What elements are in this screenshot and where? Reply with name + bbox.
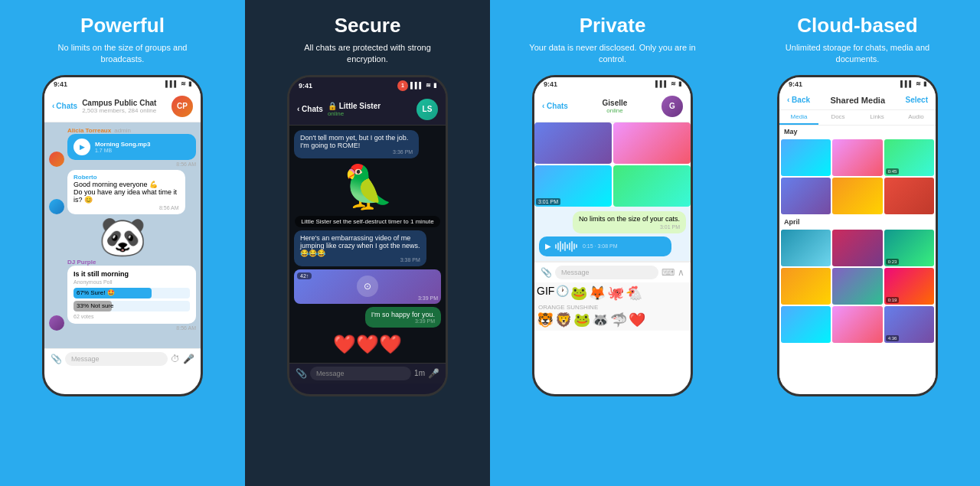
wave-1: [555, 244, 557, 249]
battery-icon: ▮: [188, 80, 191, 87]
signal-icon-4: ▌▌▌: [900, 80, 913, 87]
media-thumb-13[interactable]: [781, 306, 831, 343]
back-button-4[interactable]: ‹ Back: [787, 96, 810, 104]
poll-option-1: 67% Sure! 🤩: [74, 288, 190, 298]
media-thumb-5[interactable]: [832, 178, 882, 214]
back-label-1: Chats: [56, 102, 77, 110]
system-message: Little Sister set the self-destruct time…: [295, 216, 439, 227]
video-play-button[interactable]: ⊙: [357, 276, 378, 297]
msg-bubble-roberto: Roberto Good morning everyone 💪Do you ha…: [67, 170, 185, 214]
tab-audio[interactable]: Audio: [897, 110, 936, 125]
media-grid-may: 0:45: [779, 138, 936, 216]
wifi-icon-3: ≋: [671, 80, 676, 87]
status-time-1: 9:41: [54, 80, 67, 88]
photo-cell-4: [613, 165, 691, 207]
sender-avatar-alicia: [49, 152, 64, 167]
status-bar-1: 9:41 ▌▌▌ ≋ ▮: [44, 77, 201, 91]
poll-bar-container-1: 67% Sure! 🤩: [74, 288, 190, 298]
private-subtitle: Your data is never disclosed. Only you a…: [528, 42, 697, 66]
status-time-4: 9:41: [789, 80, 802, 88]
media-thumb-1[interactable]: [781, 139, 831, 176]
media-thumb-10[interactable]: [781, 268, 831, 305]
audio-play-icon[interactable]: ▶: [545, 242, 551, 250]
play-button[interactable]: ▶: [74, 139, 90, 155]
input-bar-1: 📎 Message ⏱ 🎤: [44, 348, 201, 369]
wifi-icon-2: ≋: [426, 82, 431, 89]
audio-size: 1.7 MB: [95, 148, 190, 153]
cloud-phone: 9:41 ▌▌▌ ≋ ▮ ‹ Back Shared Media Select …: [777, 75, 938, 396]
back-button-3[interactable]: ‹ Chats: [542, 102, 568, 110]
header-info-2: 🔒 Little Sister online: [328, 102, 412, 117]
wave-3: [560, 241, 561, 252]
sender-name-alicia: Alicia Torreaux: [67, 127, 111, 134]
chat-sub-2: online: [328, 110, 412, 117]
poll-type: Anonymous Poll: [74, 279, 190, 285]
message-input-1[interactable]: Message: [65, 352, 168, 366]
select-button[interactable]: Select: [906, 96, 928, 104]
mic-icon-1[interactable]: 🎤: [183, 354, 194, 364]
media-thumb-9[interactable]: 0:23: [884, 230, 934, 266]
media-thumb-11[interactable]: [832, 268, 882, 305]
emoji-row-1: GIF 🕐 🐸 🦊 🐙 🐔: [537, 285, 688, 302]
keyboard-icon[interactable]: ⌨: [662, 267, 675, 278]
secure-panel: Secure All chats are protected with stro…: [245, 0, 490, 486]
audio-message: ▶ Morning Song.mp3 1.7 MB: [67, 134, 196, 160]
poll-votes: 62 votes: [74, 314, 190, 319]
attach-icon-2[interactable]: 📎: [296, 368, 307, 379]
msg-bubble-dark-1: Don't tell mom yet, but I got the job. I…: [294, 130, 419, 158]
poll-label-2: 33% Not sure: [77, 302, 113, 309]
media-thumb-2[interactable]: [832, 139, 882, 176]
media-tabs: Media Docs Links Audio: [779, 110, 936, 126]
tab-links[interactable]: Links: [858, 110, 897, 125]
battery-icon-4: ▮: [923, 80, 926, 87]
back-button-2[interactable]: ‹ Chats: [297, 105, 323, 113]
media-thumb-6[interactable]: [884, 178, 934, 214]
tab-docs[interactable]: Docs: [818, 110, 858, 125]
media-thumb-15[interactable]: 4:36: [884, 306, 934, 343]
poll-bar-container-2: 33% Not sure: [74, 301, 190, 311]
powerful-phone: 9:41 ▌▌▌ ≋ ▮ ‹ Chats Campus Public Chat …: [42, 75, 203, 396]
video-duration-1: 3:01 PM: [536, 198, 560, 205]
tab-media[interactable]: Media: [779, 110, 818, 125]
media-thumb-7[interactable]: [781, 230, 831, 266]
wave-9: [573, 243, 575, 250]
msg-group-alicia: Alicia Torreaux admin ▶ Morning Song.mp3…: [67, 127, 196, 167]
cloud-panel: Cloud-based Unlimited storage for chats,…: [735, 0, 980, 486]
shared-media-title: Shared Media: [815, 96, 901, 105]
sticker-panel: GIF 🕐 🐸 🦊 🐙 🐔 ORANGE SUNSHINE 🐯 🦁 🐸 🦝 🦈 …: [534, 282, 691, 331]
wave-4: [562, 243, 564, 250]
status-icons-2: 1 ▌▌▌ ≋ ▮: [397, 80, 436, 91]
media-thumb-4[interactable]: [781, 178, 831, 214]
back-button-1[interactable]: ‹ Chats: [52, 102, 77, 110]
poll-title: Is it still morning: [74, 270, 190, 278]
thumb-overlay-15: 4:36: [886, 335, 900, 341]
msg-bubble-dark-sent: I'm so happy for you. 3:39 PM: [365, 307, 441, 328]
audio-msg-received: ▶ 0:15 · 3:08 PM: [539, 236, 671, 256]
msg-row-1: Alicia Torreaux admin ▶ Morning Song.mp3…: [49, 127, 196, 167]
mic-icon-2[interactable]: 🎤: [428, 368, 439, 379]
expand-icon[interactable]: ∧: [678, 267, 684, 278]
media-thumb-3[interactable]: 0:45: [884, 139, 934, 176]
chat-avatar-1: CP: [172, 96, 193, 117]
emoji-gif: GIF: [537, 285, 554, 302]
poll-option-2: 33% Not sure: [74, 301, 190, 311]
message-input-3[interactable]: Message: [555, 266, 658, 279]
media-thumb-8[interactable]: [832, 230, 882, 266]
powerful-panel: Powerful No limits on the size of groups…: [0, 0, 245, 486]
hearts-emoji: ❤️❤️❤️: [294, 331, 441, 358]
attach-icon[interactable]: 📎: [51, 354, 62, 364]
msg-text-roberto: Good morning everyone 💪Do you have any i…: [74, 181, 179, 204]
input-bar-2: 📎 Message 1m 🎤: [289, 363, 446, 383]
signal-icon-3: ▌▌▌: [655, 80, 668, 87]
audio-info: Morning Song.mp3 1.7 MB: [95, 141, 190, 153]
media-thumb-12[interactable]: 0:19: [884, 268, 934, 305]
input-bar-3: 📎 Message ⌨ ∧: [534, 262, 691, 282]
status-bar-2: 9:41 1 ▌▌▌ ≋ ▮: [289, 77, 446, 94]
timer-icon-1[interactable]: ⏱: [171, 354, 180, 364]
wifi-icon: ≋: [181, 80, 186, 87]
chat-body-1: Alicia Torreaux admin ▶ Morning Song.mp3…: [44, 122, 201, 348]
msg-time-cat: 3:01 PM: [579, 224, 680, 230]
message-input-2[interactable]: Message: [310, 367, 411, 380]
media-thumb-14[interactable]: [832, 306, 882, 343]
attach-icon-3[interactable]: 📎: [541, 267, 552, 278]
